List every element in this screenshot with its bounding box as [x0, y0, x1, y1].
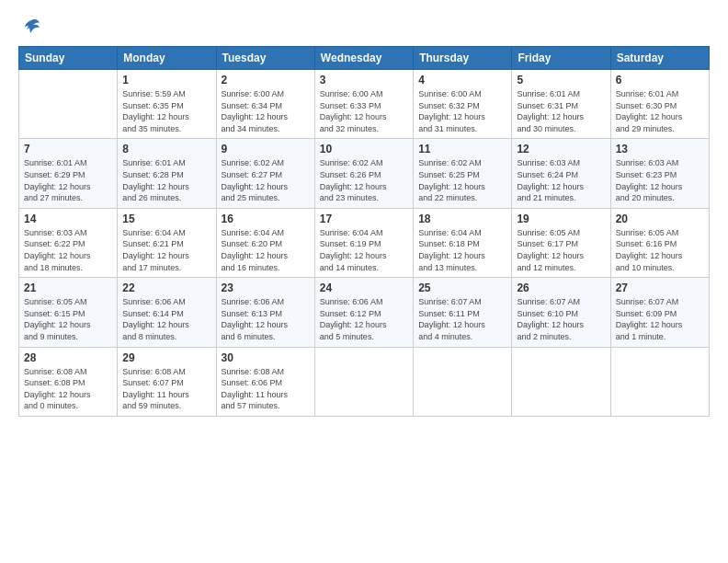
day-info: Sunrise: 6:00 AM Sunset: 6:34 PM Dayligh… — [222, 88, 310, 134]
weekday-header-wednesday: Wednesday — [314, 47, 413, 70]
day-info: Sunrise: 6:04 AM Sunset: 6:19 PM Dayligh… — [320, 227, 408, 273]
day-info: Sunrise: 6:07 AM Sunset: 6:10 PM Dayligh… — [517, 296, 605, 342]
day-info: Sunrise: 6:04 AM Sunset: 6:20 PM Dayligh… — [222, 227, 310, 273]
day-info: Sunrise: 6:03 AM Sunset: 6:22 PM Dayligh… — [24, 227, 112, 273]
calendar-cell: 19Sunrise: 6:05 AM Sunset: 6:17 PM Dayli… — [512, 208, 610, 277]
day-info: Sunrise: 6:05 AM Sunset: 6:16 PM Dayligh… — [616, 227, 704, 273]
day-number: 26 — [517, 282, 605, 294]
day-number: 13 — [616, 143, 704, 155]
day-info: Sunrise: 6:04 AM Sunset: 6:18 PM Dayligh… — [418, 227, 506, 273]
weekday-header-monday: Monday — [118, 47, 216, 70]
logo-bird-icon — [21, 17, 41, 37]
day-number: 24 — [320, 282, 408, 294]
calendar-cell: 5Sunrise: 6:01 AM Sunset: 6:31 PM Daylig… — [512, 70, 610, 139]
day-info: Sunrise: 6:01 AM Sunset: 6:29 PM Dayligh… — [24, 157, 112, 203]
calendar-cell: 9Sunrise: 6:02 AM Sunset: 6:27 PM Daylig… — [216, 139, 314, 208]
day-info: Sunrise: 6:07 AM Sunset: 6:11 PM Dayligh… — [418, 296, 506, 342]
calendar-cell: 21Sunrise: 6:05 AM Sunset: 6:15 PM Dayli… — [19, 278, 118, 347]
calendar-cell — [314, 347, 413, 416]
calendar-cell: 30Sunrise: 6:08 AM Sunset: 6:06 PM Dayli… — [216, 347, 314, 416]
weekday-header-tuesday: Tuesday — [216, 47, 314, 70]
day-number: 18 — [418, 213, 506, 225]
day-number: 7 — [24, 143, 112, 155]
calendar-week-1: 1Sunrise: 5:59 AM Sunset: 6:35 PM Daylig… — [19, 70, 710, 139]
day-number: 15 — [122, 213, 210, 225]
page-header — [18, 17, 710, 37]
day-info: Sunrise: 6:05 AM Sunset: 6:15 PM Dayligh… — [24, 296, 112, 342]
day-number: 19 — [517, 213, 605, 225]
calendar-cell: 26Sunrise: 6:07 AM Sunset: 6:10 PM Dayli… — [512, 278, 610, 347]
calendar-table: SundayMondayTuesdayWednesdayThursdayFrid… — [18, 46, 710, 417]
day-info: Sunrise: 6:03 AM Sunset: 6:24 PM Dayligh… — [517, 157, 605, 203]
calendar-cell — [19, 70, 118, 139]
day-number: 4 — [418, 74, 506, 86]
day-info: Sunrise: 6:08 AM Sunset: 6:07 PM Dayligh… — [122, 366, 210, 412]
day-number: 16 — [222, 213, 310, 225]
calendar-cell: 10Sunrise: 6:02 AM Sunset: 6:26 PM Dayli… — [314, 139, 413, 208]
day-number: 11 — [418, 143, 506, 155]
logo — [18, 17, 41, 37]
calendar-week-5: 28Sunrise: 6:08 AM Sunset: 6:08 PM Dayli… — [19, 347, 710, 416]
day-number: 22 — [122, 282, 210, 294]
day-number: 17 — [320, 213, 408, 225]
day-number: 14 — [24, 213, 112, 225]
calendar-cell: 16Sunrise: 6:04 AM Sunset: 6:20 PM Dayli… — [216, 208, 314, 277]
day-info: Sunrise: 6:00 AM Sunset: 6:32 PM Dayligh… — [418, 88, 506, 134]
day-number: 1 — [122, 74, 210, 86]
day-number: 27 — [616, 282, 704, 294]
calendar-cell: 15Sunrise: 6:04 AM Sunset: 6:21 PM Dayli… — [118, 208, 216, 277]
calendar-week-2: 7Sunrise: 6:01 AM Sunset: 6:29 PM Daylig… — [19, 139, 710, 208]
calendar-cell — [414, 347, 512, 416]
calendar-cell: 2Sunrise: 6:00 AM Sunset: 6:34 PM Daylig… — [216, 70, 314, 139]
calendar-cell: 12Sunrise: 6:03 AM Sunset: 6:24 PM Dayli… — [512, 139, 610, 208]
calendar-cell: 28Sunrise: 6:08 AM Sunset: 6:08 PM Dayli… — [19, 347, 118, 416]
day-info: Sunrise: 6:01 AM Sunset: 6:28 PM Dayligh… — [122, 157, 210, 203]
day-number: 6 — [616, 74, 704, 86]
calendar-cell: 8Sunrise: 6:01 AM Sunset: 6:28 PM Daylig… — [118, 139, 216, 208]
day-info: Sunrise: 6:02 AM Sunset: 6:25 PM Dayligh… — [418, 157, 506, 203]
calendar-cell: 29Sunrise: 6:08 AM Sunset: 6:07 PM Dayli… — [118, 347, 216, 416]
calendar-cell: 7Sunrise: 6:01 AM Sunset: 6:29 PM Daylig… — [19, 139, 118, 208]
day-number: 2 — [222, 74, 310, 86]
day-number: 3 — [320, 74, 408, 86]
day-number: 20 — [616, 213, 704, 225]
weekday-header-saturday: Saturday — [610, 47, 709, 70]
weekday-header-friday: Friday — [512, 47, 610, 70]
weekday-header-row: SundayMondayTuesdayWednesdayThursdayFrid… — [19, 47, 710, 70]
day-info: Sunrise: 6:04 AM Sunset: 6:21 PM Dayligh… — [122, 227, 210, 273]
day-number: 10 — [320, 143, 408, 155]
day-info: Sunrise: 6:06 AM Sunset: 6:13 PM Dayligh… — [222, 296, 310, 342]
calendar-cell: 6Sunrise: 6:01 AM Sunset: 6:30 PM Daylig… — [610, 70, 709, 139]
day-number: 28 — [24, 351, 112, 364]
day-info: Sunrise: 6:06 AM Sunset: 6:12 PM Dayligh… — [320, 296, 408, 342]
calendar-cell: 1Sunrise: 5:59 AM Sunset: 6:35 PM Daylig… — [118, 70, 216, 139]
day-info: Sunrise: 6:02 AM Sunset: 6:27 PM Dayligh… — [222, 157, 310, 203]
weekday-header-sunday: Sunday — [19, 47, 118, 70]
day-number: 9 — [222, 143, 310, 155]
calendar-cell: 14Sunrise: 6:03 AM Sunset: 6:22 PM Dayli… — [19, 208, 118, 277]
day-info: Sunrise: 6:05 AM Sunset: 6:17 PM Dayligh… — [517, 227, 605, 273]
day-info: Sunrise: 6:06 AM Sunset: 6:14 PM Dayligh… — [122, 296, 210, 342]
day-info: Sunrise: 6:08 AM Sunset: 6:08 PM Dayligh… — [24, 366, 112, 412]
calendar-cell: 11Sunrise: 6:02 AM Sunset: 6:25 PM Dayli… — [414, 139, 512, 208]
calendar-cell: 27Sunrise: 6:07 AM Sunset: 6:09 PM Dayli… — [610, 278, 709, 347]
day-info: Sunrise: 6:01 AM Sunset: 6:30 PM Dayligh… — [616, 88, 704, 134]
calendar-cell — [610, 347, 709, 416]
day-number: 30 — [222, 351, 310, 364]
calendar-cell: 13Sunrise: 6:03 AM Sunset: 6:23 PM Dayli… — [610, 139, 709, 208]
day-info: Sunrise: 6:07 AM Sunset: 6:09 PM Dayligh… — [616, 296, 704, 342]
day-info: Sunrise: 6:00 AM Sunset: 6:33 PM Dayligh… — [320, 88, 408, 134]
day-info: Sunrise: 6:08 AM Sunset: 6:06 PM Dayligh… — [222, 366, 310, 412]
calendar-cell: 23Sunrise: 6:06 AM Sunset: 6:13 PM Dayli… — [216, 278, 314, 347]
weekday-header-thursday: Thursday — [414, 47, 512, 70]
day-number: 12 — [517, 143, 605, 155]
day-number: 5 — [517, 74, 605, 86]
day-info: Sunrise: 5:59 AM Sunset: 6:35 PM Dayligh… — [122, 88, 210, 134]
day-number: 21 — [24, 282, 112, 294]
calendar-cell: 20Sunrise: 6:05 AM Sunset: 6:16 PM Dayli… — [610, 208, 709, 277]
day-number: 29 — [122, 351, 210, 364]
day-number: 25 — [418, 282, 506, 294]
calendar-cell: 22Sunrise: 6:06 AM Sunset: 6:14 PM Dayli… — [118, 278, 216, 347]
calendar-cell: 17Sunrise: 6:04 AM Sunset: 6:19 PM Dayli… — [314, 208, 413, 277]
calendar-cell: 3Sunrise: 6:00 AM Sunset: 6:33 PM Daylig… — [314, 70, 413, 139]
